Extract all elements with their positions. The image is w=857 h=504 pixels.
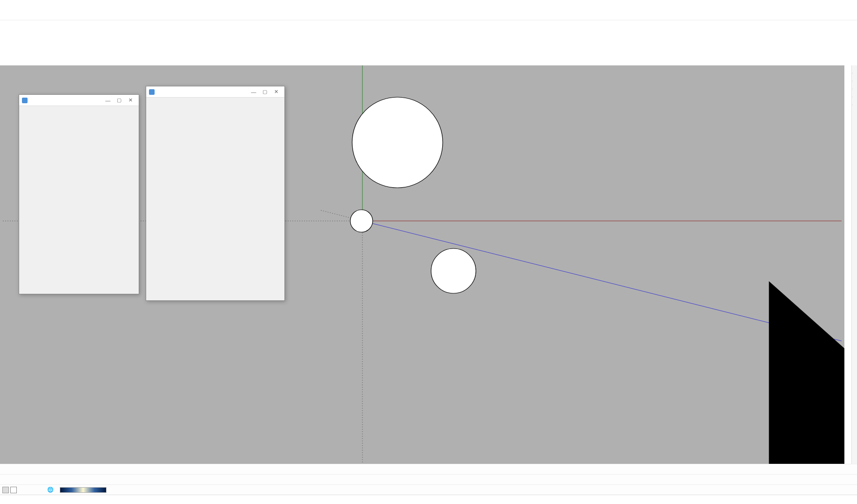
menu-outils[interactable]: [35, 14, 43, 16]
circle-medium[interactable]: [431, 248, 476, 293]
tray-scenes[interactable]: [852, 89, 853, 97]
panel-max-button[interactable]: ▢: [259, 89, 270, 95]
circle-small[interactable]: [350, 210, 373, 232]
menu-aide[interactable]: [61, 14, 68, 16]
menu-bar: [0, 10, 857, 20]
panel-attrs-titlebar[interactable]: — ▢ ✕: [146, 86, 284, 98]
right-trays: [851, 65, 857, 465]
panel-close-button[interactable]: ✕: [125, 97, 136, 103]
panel-options-titlebar[interactable]: — ▢ ✕: [19, 95, 139, 106]
panel-close-button[interactable]: ✕: [270, 89, 282, 95]
tray-palette[interactable]: [852, 65, 853, 73]
tray-environnement[interactable]: [852, 97, 853, 105]
tool-icon[interactable]: [1, 485, 10, 494]
tray-matieres[interactable]: [852, 81, 853, 89]
status-bar: [0, 495, 857, 504]
day-cycle-strip[interactable]: [60, 487, 106, 493]
bottom-toolbars: 🌐: [0, 464, 857, 495]
menu-extensions[interactable]: [52, 14, 60, 16]
menu-camera[interactable]: [19, 14, 26, 16]
menu-dessiner[interactable]: [27, 14, 35, 16]
circle-large[interactable]: [352, 97, 443, 188]
world-icon[interactable]: 🌐: [46, 485, 55, 494]
panel-component-options[interactable]: — ▢ ✕: [19, 94, 139, 294]
panel-min-button[interactable]: —: [248, 89, 259, 95]
menu-edit[interactable]: [2, 14, 9, 16]
panel-icon: [22, 98, 28, 103]
panel-max-button[interactable]: ▢: [113, 97, 125, 103]
menu-affichage[interactable]: [10, 14, 18, 16]
minimize-button[interactable]: [798, 0, 817, 10]
panel-component-attributes[interactable]: — ▢ ✕: [146, 86, 285, 301]
title-bar: [0, 0, 857, 10]
right-icon-strip: [844, 65, 851, 68]
panel-min-button[interactable]: —: [102, 98, 113, 103]
menu-fenetre[interactable]: [44, 14, 51, 16]
maximize-button[interactable]: [817, 0, 836, 10]
panel-icon: [149, 89, 155, 95]
color-swatch[interactable]: [10, 487, 17, 493]
close-button[interactable]: [836, 0, 854, 10]
tray-structures[interactable]: [852, 73, 853, 81]
anchor-label: [0, 20, 857, 21]
